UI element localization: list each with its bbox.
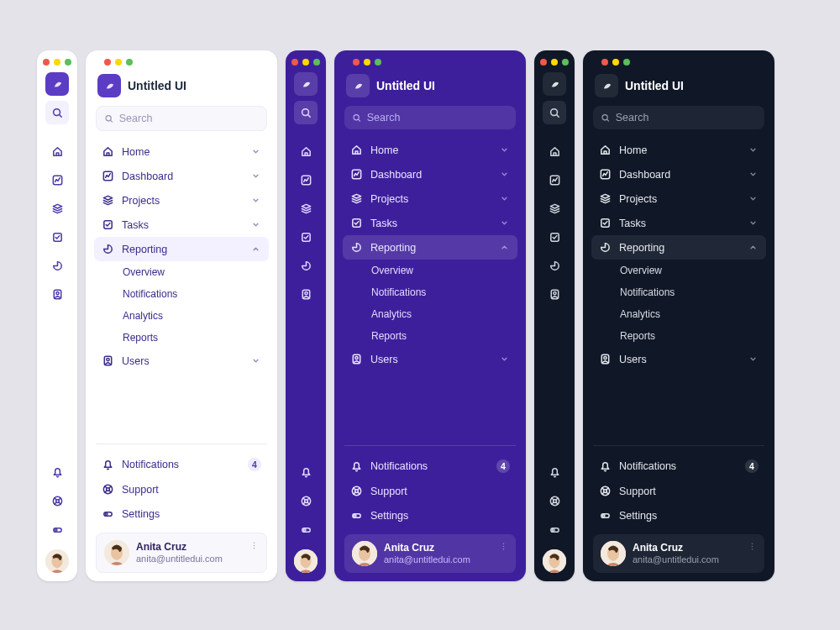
nav-item-support[interactable]: Support <box>343 479 517 503</box>
nav-item-support[interactable]: Support <box>591 479 766 503</box>
nav-reporting[interactable] <box>294 254 318 277</box>
nav-settings[interactable] <box>294 517 318 541</box>
nav-reporting[interactable] <box>543 254 566 277</box>
nav-users[interactable] <box>543 282 566 306</box>
app-logo[interactable] <box>45 72 69 96</box>
subnav-overview[interactable]: Overview <box>591 260 766 281</box>
nav-support[interactable] <box>294 489 318 512</box>
subnav-analytics[interactable]: Analytics <box>591 303 766 325</box>
search-icon <box>601 113 611 123</box>
user-card[interactable]: Anita Cruzanita@untitledui.com <box>344 534 516 573</box>
user-card[interactable]: Anita Cruz anita@untitledui.com <box>96 533 267 573</box>
app-logo[interactable] <box>346 74 370 97</box>
user-avatar <box>352 541 377 566</box>
nav-support[interactable] <box>543 489 566 512</box>
chevron-down-icon <box>250 195 261 206</box>
nav-notifications[interactable] <box>294 460 318 484</box>
nav-dashboard[interactable] <box>543 168 566 192</box>
subnav-analytics[interactable]: Analytics <box>94 305 269 327</box>
nav-settings[interactable] <box>543 517 566 541</box>
app-logo[interactable] <box>294 72 318 96</box>
nav-item-home[interactable]: Home <box>591 138 766 162</box>
nav-item-dashboard[interactable]: Dashboard <box>343 162 517 186</box>
subnav-notifications[interactable]: Notifications <box>94 283 269 305</box>
search-icon <box>104 113 114 124</box>
nav-item-settings[interactable]: Settings <box>591 503 766 528</box>
nav-dashboard[interactable] <box>45 168 69 192</box>
nav-item-tasks[interactable]: Tasks <box>591 211 766 235</box>
nav-notifications[interactable] <box>45 460 69 484</box>
subnav-notifications[interactable]: Notifications <box>591 281 766 303</box>
nav-home[interactable] <box>294 139 318 163</box>
nav-item-users[interactable]: Users <box>591 347 766 371</box>
nav-item-tasks[interactable]: Tasks <box>94 213 269 237</box>
nav-label: Tasks <box>122 219 243 231</box>
subnav-overview[interactable]: Overview <box>94 261 269 283</box>
nav-item-support[interactable]: Support <box>94 477 269 501</box>
subnav-overview[interactable]: Overview <box>343 260 517 281</box>
nav-item-dashboard[interactable]: Dashboard <box>94 164 269 188</box>
nav-item-notifications[interactable]: Notifications 4 <box>94 452 269 477</box>
app-logo[interactable] <box>595 74 618 97</box>
user-avatar[interactable] <box>543 549 566 573</box>
nav-support[interactable] <box>45 489 69 512</box>
home-icon <box>102 145 114 158</box>
nav-home[interactable] <box>543 139 566 163</box>
search-button[interactable] <box>543 101 566 124</box>
subnav-notifications[interactable]: Notifications <box>343 281 517 303</box>
nav-tasks[interactable] <box>294 225 318 249</box>
search-field[interactable] <box>119 113 259 124</box>
nav-item-projects[interactable]: Projects <box>343 186 517 211</box>
nav-projects[interactable] <box>294 197 318 220</box>
subnav-reports[interactable]: Reports <box>94 327 269 349</box>
subnav-analytics[interactable]: Analytics <box>343 303 517 325</box>
nav-item-projects[interactable]: Projects <box>94 188 269 213</box>
search-input[interactable] <box>344 106 516 129</box>
nav-projects[interactable] <box>45 197 69 220</box>
subnav-reports[interactable]: Reports <box>343 325 517 347</box>
kebab-icon[interactable] <box>498 541 509 552</box>
user-avatar[interactable] <box>45 549 69 573</box>
nav-item-tasks[interactable]: Tasks <box>343 211 517 235</box>
nav-item-settings[interactable]: Settings <box>94 501 269 526</box>
nav-reporting[interactable] <box>45 254 69 277</box>
app-logo[interactable] <box>97 74 121 97</box>
nav-item-reporting[interactable]: Reporting <box>591 235 766 260</box>
nav-settings[interactable] <box>45 517 69 541</box>
nav-item-home[interactable]: Home <box>343 138 517 162</box>
nav-item-projects[interactable]: Projects <box>591 186 766 211</box>
nav-item-dashboard[interactable]: Dashboard <box>591 162 766 186</box>
nav-projects[interactable] <box>543 197 566 220</box>
search-field[interactable] <box>367 112 508 123</box>
nav-item-notifications[interactable]: Notifications4 <box>343 454 517 479</box>
nav-item-notifications[interactable]: Notifications4 <box>591 454 766 479</box>
kebab-icon[interactable] <box>747 541 758 552</box>
app-logo[interactable] <box>543 72 566 96</box>
subnav-reports[interactable]: Reports <box>591 325 766 347</box>
nav-dashboard[interactable] <box>294 168 318 192</box>
nav-item-settings[interactable]: Settings <box>343 503 517 528</box>
nav-label: Users <box>370 354 491 365</box>
search-input[interactable] <box>96 106 267 131</box>
nav-home[interactable] <box>45 139 69 163</box>
nav-tasks[interactable] <box>45 225 69 249</box>
sidebar-purple: Untitled UI Home Dashboard Projects Task… <box>334 50 526 581</box>
nav-users[interactable] <box>45 282 69 306</box>
nav-item-users[interactable]: Users <box>343 347 517 371</box>
kebab-icon[interactable] <box>249 540 260 551</box>
sidebar-collapsed-light <box>37 50 77 581</box>
nav-tasks[interactable] <box>543 225 566 249</box>
nav-label: Users <box>122 355 243 367</box>
search-button[interactable] <box>45 101 69 124</box>
nav-item-users[interactable]: Users <box>94 349 269 373</box>
nav-notifications[interactable] <box>543 460 566 484</box>
user-card[interactable]: Anita Cruzanita@untitledui.com <box>593 534 764 573</box>
user-avatar[interactable] <box>294 549 318 573</box>
nav-item-home[interactable]: Home <box>94 139 269 164</box>
search-input[interactable] <box>593 106 764 129</box>
nav-users[interactable] <box>294 282 318 306</box>
search-field[interactable] <box>616 112 757 123</box>
nav-item-reporting[interactable]: Reporting <box>94 237 269 261</box>
search-button[interactable] <box>294 101 318 124</box>
nav-item-reporting[interactable]: Reporting <box>343 235 517 260</box>
